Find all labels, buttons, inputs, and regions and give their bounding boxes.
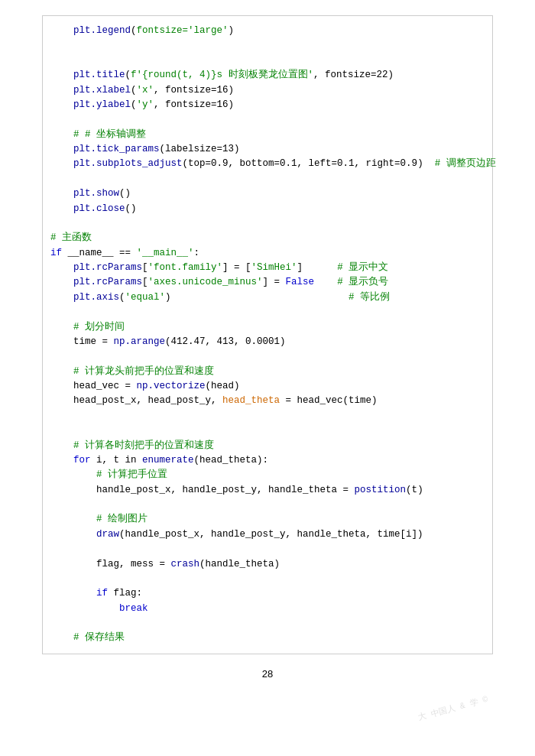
code-line: # 计算把手位置 (50, 468, 481, 482)
code-line: time = np.arange(412.47, 413, 0.0001) (50, 335, 481, 349)
code-line: head_vec = np.vectorize(head) (50, 379, 481, 394)
code-line: plt.title(f'{round(t, 4)}s 时刻板凳龙位置图', fo… (50, 68, 481, 83)
code-line: # 主函数 (50, 231, 481, 245)
code-line: # 绘制图片 (50, 512, 481, 527)
code-line: plt.legend(fontsize='large') (50, 24, 481, 38)
code-line: break (50, 602, 481, 616)
code-line (50, 38, 481, 53)
watermark: 大 中国人 & 学 © (417, 693, 489, 723)
code-line (50, 409, 481, 423)
code-line: plt.show() (50, 187, 481, 201)
code-line: plt.subplots_adjust(top=0.9, bottom=0.1,… (50, 157, 481, 171)
code-block: plt.legend(fontsize='large') plt.title(f… (42, 15, 493, 654)
code-line: plt.rcParams['font.family'] = ['SimHei']… (50, 261, 481, 275)
code-line (50, 616, 481, 631)
page-number: 28 (0, 668, 535, 680)
code-line (50, 498, 481, 512)
code-line: head_post_x, head_post_y, head_theta = h… (50, 394, 481, 408)
code-line: # 计算各时刻把手的位置和速度 (50, 439, 481, 453)
code-line: if flag: (50, 586, 481, 601)
code-line (50, 572, 481, 586)
code-line: flag, mess = crash(handle_theta) (50, 557, 481, 572)
code-line: if __name__ == '__main__': (50, 246, 481, 261)
code-line (50, 423, 481, 438)
code-line: # 计算龙头前把手的位置和速度 (50, 365, 481, 379)
code-line (50, 112, 481, 127)
code-line: plt.tick_params(labelsize=13) (50, 142, 481, 157)
code-line (50, 216, 481, 231)
code-line: # 划分时间 (50, 320, 481, 335)
code-line: for i, t in enumerate(head_theta): (50, 453, 481, 468)
code-line (50, 349, 481, 364)
code-line: plt.rcParams['axes.unicode_minus'] = Fal… (50, 275, 481, 290)
code-line: # 保存结果 (50, 631, 481, 645)
code-line: plt.axis('equal') # 等比例 (50, 290, 481, 305)
code-line (50, 305, 481, 320)
code-line (50, 172, 481, 187)
code-line: # # 坐标轴调整 (50, 128, 481, 142)
code-line (50, 54, 481, 68)
code-line: handle_post_x, handle_post_y, handle_the… (50, 483, 481, 498)
code-line: draw(handle_post_x, handle_post_y, handl… (50, 527, 481, 542)
code-line: plt.close() (50, 202, 481, 216)
page-container: plt.legend(fontsize='large') plt.title(f… (0, 0, 535, 756)
code-line: plt.ylabel('y', fontsize=16) (50, 98, 481, 112)
code-line (50, 542, 481, 556)
code-line: plt.xlabel('x', fontsize=16) (50, 83, 481, 98)
